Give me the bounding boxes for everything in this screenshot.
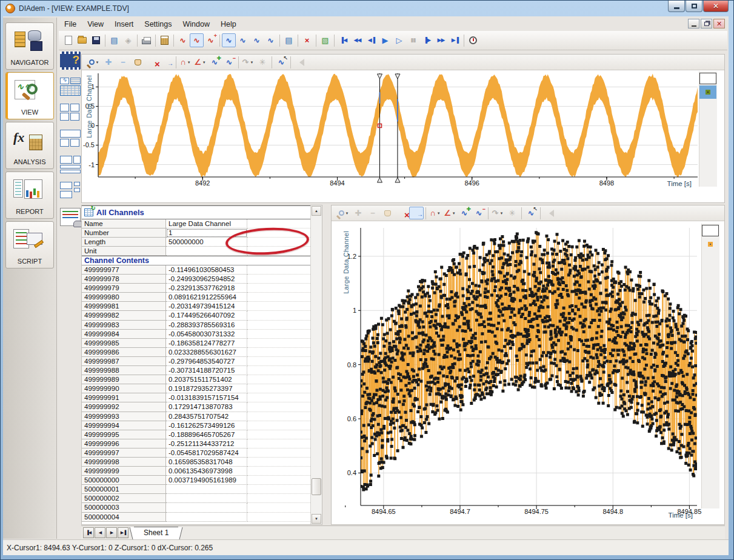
row-blank-cell[interactable] [247,430,312,439]
tab-sheet-1[interactable]: Sheet 1 [134,527,178,539]
property-blank-cell[interactable] [247,228,312,238]
property-value-length[interactable]: 500000000 [166,238,247,247]
play-marked-range-button[interactable]: ▷ [392,33,406,47]
property-label[interactable]: Unit [82,247,166,256]
zoomed-chart[interactable]: 0.40.60.811.28494.658494.78494.758494.88… [332,222,726,525]
property-value-unit[interactable] [166,247,247,256]
row-value-cell[interactable]: 0.28435751707542 [166,412,247,421]
desktop-tree-panel-button[interactable]: ▤ [107,33,121,47]
row-value-cell[interactable]: 0.203751511751402 [166,375,247,384]
mdi-minimize-button[interactable] [688,19,699,28]
row-value-cell[interactable]: -0.0545817029587424 [166,448,247,458]
mdi-restore-button[interactable] [701,19,712,28]
select-data-points-button[interactable]: ∿↖ [274,56,289,68]
add-channel-button[interactable]: ∿✚ [207,56,222,68]
row-value-cell[interactable]: -0.186358124778277 [166,339,247,348]
layout-mixed-icon[interactable] [60,182,81,200]
row-index-cell[interactable]: 499999979 [82,284,166,293]
sidebar-item-analysis[interactable]: ANALYSIS [5,122,54,169]
script-sheet-icon[interactable] [60,208,81,226]
row-index-cell[interactable]: 500000002 [82,494,166,503]
row-blank-cell[interactable] [247,439,312,448]
menu-file[interactable]: File [59,18,82,30]
row-index-cell[interactable]: 499999995 [82,430,166,439]
row-blank-cell[interactable] [247,275,312,284]
menu-help[interactable]: Help [215,18,242,30]
row-value-cell[interactable]: 0.191872935273397 [166,384,247,393]
channel-grid-panel-icon[interactable] [60,78,81,96]
curve-forms-button[interactable]: ∩▼ [428,207,442,219]
zoom-in-button[interactable]: ✚ [101,56,116,68]
go-to-start-button[interactable]: ▐◀ [336,33,350,47]
remove-channel-button[interactable]: ∿− [472,207,486,219]
row-blank-cell[interactable] [247,348,312,357]
row-index-cell[interactable]: 499999980 [82,293,166,302]
row-blank-cell[interactable] [247,357,312,366]
signal-display-1-button[interactable]: ∿ [222,33,236,47]
zoom-off-button[interactable] [395,207,409,219]
property-blank-cell[interactable] [247,247,312,256]
row-index-cell[interactable]: 500000004 [82,513,166,522]
cursor-handle-bottom[interactable] [377,178,382,182]
last-sheet-button[interactable]: ▶▐ [118,527,128,538]
row-index-cell[interactable]: 499999997 [82,448,166,458]
row-value-cell[interactable]: -0.307314188720715 [166,366,247,375]
row-index-cell[interactable]: 499999982 [82,311,166,320]
row-blank-cell[interactable] [247,503,312,512]
scroll-down-button[interactable]: ▼ [312,514,321,524]
row-index-cell[interactable]: 499999977 [82,265,166,275]
menu-settings[interactable]: Settings [139,18,177,30]
property-label[interactable]: Name [82,219,166,228]
row-blank-cell[interactable] [247,448,312,458]
row-blank-cell[interactable] [247,513,312,522]
row-index-cell[interactable]: 499999994 [82,421,166,430]
row-value-cell[interactable]: -0.232913537762918 [166,284,247,293]
calculator-button[interactable] [158,33,172,47]
new-document-button[interactable] [61,33,75,47]
open-file-button[interactable] [75,33,89,47]
layout-2x2-icon[interactable] [60,104,81,122]
next-sheet-button[interactable]: ▶ [106,527,117,538]
band-cursor-mode-button[interactable]: ∿ [190,33,204,47]
sidebar-item-view[interactable]: VIEW [5,72,54,119]
clear-display-button[interactable]: × [300,33,314,47]
fast-rewind-button[interactable]: ◀◀ [350,33,364,47]
row-value-cell[interactable]: -0.054580030731332 [166,330,247,339]
scroll-thumb[interactable] [312,478,321,495]
row-value-cell[interactable]: -0.203149739415124 [166,302,247,311]
row-blank-cell[interactable] [247,265,312,275]
cursor-handle-top[interactable] [377,74,382,79]
row-value-cell[interactable]: 0.006135436973998 [166,467,247,476]
title-bar[interactable]: DIAdem - [VIEW: EXAMPLE.TDV] ✕ [1,1,733,16]
row-blank-cell[interactable] [247,393,312,402]
row-blank-cell[interactable] [247,476,312,485]
close-button[interactable]: ✕ [703,1,729,12]
row-value-cell[interactable]: 0.0891621912255964 [166,293,247,302]
menu-window[interactable]: Window [177,18,215,30]
save-file-button[interactable] [89,33,103,47]
property-blank-cell[interactable] [247,219,312,228]
row-value-cell[interactable]: -0.0131839157157154 [166,393,247,402]
row-index-cell[interactable]: 499999996 [82,439,166,448]
cursor-handle-bottom[interactable] [395,178,400,182]
step-back-button[interactable]: ◀▐ [364,33,378,47]
row-index-cell[interactable]: 499999985 [82,339,166,348]
pan-hand-button[interactable] [130,56,145,68]
row-blank-cell[interactable] [247,467,312,476]
row-value-cell[interactable]: -0.188896465705267 [166,430,247,439]
row-value-cell[interactable]: -0.249930962594852 [166,275,247,284]
row-blank-cell[interactable] [247,330,312,339]
channel-group-header[interactable]: All Channels [82,205,322,219]
row-blank-cell[interactable] [247,485,312,494]
row-blank-cell[interactable] [247,339,312,348]
row-blank-cell[interactable] [247,384,312,393]
overview-legend-channel[interactable] [699,85,716,99]
property-value-name[interactable]: Large Data Channel [166,219,247,228]
row-value-cell[interactable] [166,503,247,512]
row-value-cell[interactable]: 0.0233288556301627 [166,348,247,357]
row-value-cell[interactable]: -0.251211344337212 [166,439,247,448]
property-value-number[interactable]: 1 [166,228,247,238]
scaling-mode-button[interactable]: ∠▼ [193,56,207,68]
remove-channel-button[interactable]: ∿− [222,56,236,68]
row-value-cell[interactable] [166,513,247,522]
